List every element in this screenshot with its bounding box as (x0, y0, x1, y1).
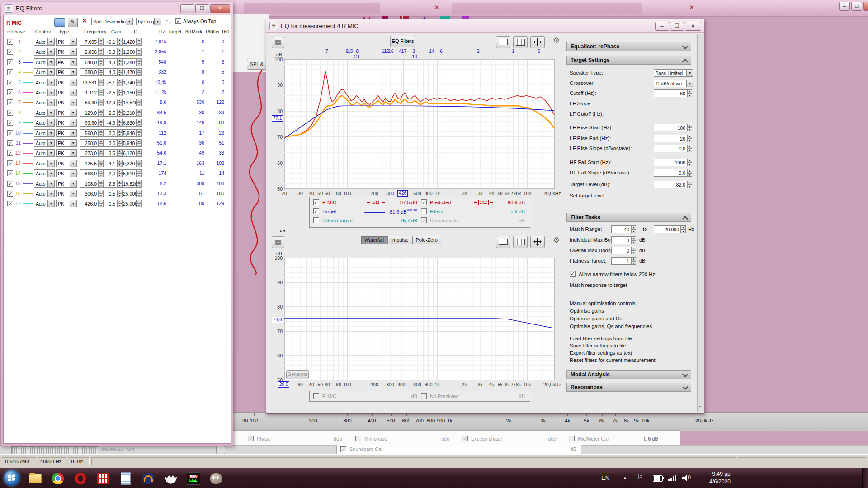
volume-icon[interactable]: ) ) (682, 475, 692, 481)
frequency-field-spinner[interactable]: ▲▼ (99, 149, 104, 157)
taskbar-gimp-icon[interactable] (209, 471, 223, 486)
filter-type-dropdown[interactable]: PK▼ (56, 109, 77, 117)
minimize-button[interactable]: – (655, 22, 669, 31)
frequency-field[interactable]: 273,0 (80, 149, 99, 157)
legend-checkbox[interactable] (313, 217, 319, 223)
q-field-spinner[interactable]: ▲▼ (137, 149, 142, 157)
minimize-button[interactable]: – (180, 4, 194, 13)
always-on-top-checkbox[interactable]: ✓ (175, 18, 181, 24)
filter-enabled-checkbox[interactable]: ✓ (7, 160, 13, 166)
gain-field-spinner[interactable]: ▲▼ (117, 58, 122, 66)
maximize-button[interactable]: ❐ (670, 22, 684, 31)
gain-field[interactable]: 3,0 (104, 129, 117, 137)
field-input[interactable]: 1000 (654, 159, 687, 166)
q-field-spinner[interactable]: ▲▼ (137, 48, 142, 56)
waterfall-plot[interactable] (284, 258, 555, 381)
filter-enabled-checkbox[interactable]: ✓ (7, 201, 13, 206)
frequency-field[interactable]: 560,0 (80, 129, 99, 137)
frequency-field[interactable]: 2.856 (80, 48, 99, 56)
q-field-spinner[interactable]: ▲▼ (137, 89, 142, 96)
frequency-field[interactable]: 258,0 (80, 139, 99, 147)
frequency-field[interactable]: 868,0 (80, 169, 99, 177)
action-optimise-gains-and-qs[interactable]: Optimise gains and Qs (570, 316, 622, 321)
filter-control-dropdown[interactable]: Auto▼ (34, 190, 55, 197)
gain-field[interactable]: -5,1 (104, 79, 117, 86)
frequency-field-spinner[interactable]: ▲▼ (99, 48, 104, 56)
frequency-field[interactable]: 125,5 (80, 160, 99, 167)
maximize-button[interactable]: ❐ (195, 4, 209, 13)
action-export-filter-settings-as-text[interactable]: Export filter settings as text (570, 350, 632, 356)
filter-enabled-checkbox[interactable]: ✓ (7, 49, 13, 55)
gain-field-spinner[interactable]: ▲▼ (117, 139, 122, 147)
q-field-spinner[interactable]: ▲▼ (137, 160, 142, 167)
q-field[interactable]: 6,630 (122, 119, 137, 127)
show-desktop-button[interactable] (862, 468, 868, 488)
q-field-spinner[interactable]: ▲▼ (137, 169, 142, 177)
filter-control-dropdown[interactable]: Auto▼ (34, 99, 55, 106)
filter-type-dropdown[interactable]: PK▼ (56, 190, 77, 197)
section-filter-tasks[interactable]: Filter Tasks (566, 213, 691, 222)
section-target-settings[interactable]: Target Settings (566, 56, 691, 65)
action-save-filter-settings-to-file[interactable]: Save filter settings to file (570, 343, 626, 348)
filter-control-dropdown[interactable]: Auto▼ (34, 149, 55, 157)
filter-type-dropdown[interactable]: PK▼ (56, 180, 77, 188)
frequency-field[interactable]: 108,0 (80, 180, 99, 188)
legend-checkbox[interactable] (313, 393, 319, 399)
frequency-field[interactable]: 59,30 (80, 99, 99, 106)
bg-phase-checkbox[interactable]: ✓ (462, 436, 468, 441)
frequency-field-spinner[interactable]: ▲▼ (99, 160, 104, 167)
generate-button[interactable]: Generate (286, 370, 309, 379)
gain-field-spinner[interactable]: ▲▼ (117, 48, 122, 56)
filter-type-dropdown[interactable]: PK▼ (56, 79, 77, 86)
filter-control-dropdown[interactable]: Auto▼ (34, 109, 55, 117)
graph-layout-button[interactable] (496, 36, 510, 48)
frequency-field[interactable]: 129,0 (80, 109, 99, 117)
gain-field-spinner[interactable]: ▲▼ (117, 160, 122, 167)
gain-field[interactable]: -5,3 (104, 48, 117, 56)
tray-expand-icon[interactable]: ▲ (623, 475, 627, 480)
frequency-field-spinner[interactable]: ▲▼ (99, 79, 104, 86)
graph-pan-button[interactable] (530, 36, 545, 48)
filter-type-dropdown[interactable]: PK▼ (56, 38, 77, 46)
gain-field-spinner[interactable]: ▲▼ (117, 129, 122, 137)
gain-field[interactable]: 3,0 (104, 139, 117, 147)
sort-updown-icon[interactable]: ↑↓ (165, 18, 171, 24)
action-optimise-gains-qs-and-frequencies[interactable]: Optimise gains, Qs and frequencies (570, 324, 652, 329)
gain-field-spinner[interactable]: ▲▼ (117, 68, 122, 76)
filter-control-dropdown[interactable]: Auto▼ (34, 79, 55, 86)
soundcard-cal-checkbox[interactable]: ✓ (340, 446, 346, 452)
q-field[interactable]: 9,320 (122, 160, 137, 167)
filter-enabled-checkbox[interactable]: ✓ (7, 89, 13, 95)
frequency-field[interactable]: 388,0 (80, 68, 99, 76)
close-button[interactable]: × (685, 22, 701, 31)
filter-enabled-checkbox[interactable]: ✓ (7, 140, 13, 146)
frequency-field-spinner[interactable]: ▲▼ (99, 99, 104, 106)
q-field-spinner[interactable]: ▲▼ (137, 109, 142, 117)
filter-enabled-checkbox[interactable]: ✓ (7, 59, 13, 65)
q-field-spinner[interactable]: ▲▼ (137, 38, 142, 46)
field-input[interactable]: 0,0 (654, 169, 687, 177)
section-resonances[interactable]: Resonances (566, 383, 691, 392)
gain-field[interactable]: 2,5 (104, 109, 117, 117)
start-button[interactable] (4, 470, 20, 486)
field-spinner[interactable]: ▲▼ (687, 135, 692, 142)
filter-enabled-checkbox[interactable]: ✓ (7, 110, 13, 116)
frequency-field-spinner[interactable]: ▲▼ (99, 58, 104, 66)
filter-enabled-checkbox[interactable]: ✓ (7, 181, 13, 187)
q-field-spinner[interactable]: ▲▼ (137, 119, 142, 127)
gain-field[interactable]: -4,9 (104, 119, 117, 127)
match-range-from-spinner[interactable]: ▲▼ (631, 225, 636, 233)
gain-field[interactable]: 1,5 (104, 200, 117, 207)
filter-control-dropdown[interactable]: Auto▼ (34, 169, 55, 177)
gain-field-spinner[interactable]: ▲▼ (117, 169, 122, 177)
bg-phase-checkbox[interactable] (355, 436, 361, 441)
menu-icon[interactable]: ≡ (216, 446, 225, 454)
frequency-field[interactable]: 426,0 (80, 200, 99, 207)
eq-window-titlebar[interactable]: ☕ EQ for measurement 4 R MIC (266, 19, 704, 33)
taskbar-opera-icon[interactable] (73, 471, 88, 486)
q-field-spinner[interactable]: ▲▼ (137, 190, 142, 197)
q-field[interactable]: 14,540 (122, 99, 137, 106)
filter-control-dropdown[interactable]: Auto▼ (34, 139, 55, 147)
gain-field-spinner[interactable]: ▲▼ (117, 109, 122, 117)
gain-field-spinner[interactable]: ▲▼ (117, 119, 122, 127)
